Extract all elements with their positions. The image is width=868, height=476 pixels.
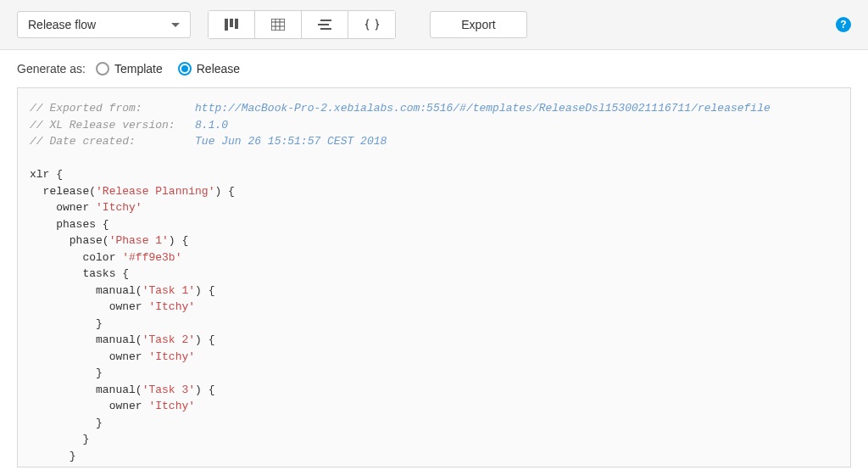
code-keyword: owner bbox=[109, 400, 142, 412]
export-button[interactable]: Export bbox=[430, 11, 527, 38]
list-view-button[interactable] bbox=[302, 11, 348, 38]
list-icon bbox=[318, 19, 331, 31]
code-view-button[interactable] bbox=[348, 11, 395, 38]
code-keyword: release bbox=[43, 185, 90, 198]
help-icon[interactable]: ? bbox=[836, 17, 851, 32]
code-comment-value: http://MacBook-Pro-2.xebialabs.com:5516/… bbox=[195, 102, 771, 115]
code-string: 'Task 2' bbox=[142, 333, 195, 346]
code-keyword: manual bbox=[96, 284, 136, 297]
view-button-group bbox=[208, 10, 396, 39]
kanban-view-button[interactable] bbox=[209, 11, 255, 38]
table-icon bbox=[271, 19, 285, 31]
generate-options: Generate as: Template Release bbox=[0, 50, 868, 87]
radio-template-label: Template bbox=[114, 62, 163, 76]
radio-template[interactable]: Template bbox=[96, 62, 163, 76]
toolbar: Release flow Export ? bbox=[0, 0, 868, 50]
code-string: 'Release Planning' bbox=[96, 185, 214, 198]
code-comment: // Date created: bbox=[30, 135, 195, 148]
radio-release[interactable]: Release bbox=[178, 62, 240, 76]
code-keyword: owner bbox=[56, 201, 89, 214]
view-dropdown[interactable]: Release flow bbox=[17, 11, 191, 38]
svg-rect-0 bbox=[225, 19, 228, 31]
code-string: 'Itchy' bbox=[148, 400, 195, 412]
code-keyword: owner bbox=[109, 350, 142, 363]
code-keyword: manual bbox=[96, 333, 136, 346]
code-block: // Exported from: http://MacBook-Pro-2.x… bbox=[17, 87, 851, 468]
code-comment-value: Tue Jun 26 15:51:57 CEST 2018 bbox=[195, 135, 387, 148]
radio-icon bbox=[96, 62, 109, 76]
dropdown-label: Release flow bbox=[28, 18, 96, 31]
code-string: 'Phase 1' bbox=[109, 234, 169, 247]
code-string: 'Task 1' bbox=[142, 284, 195, 297]
code-keyword: xlr bbox=[30, 168, 49, 181]
code-braces-icon bbox=[364, 19, 380, 31]
svg-rect-1 bbox=[230, 19, 233, 27]
chevron-down-icon bbox=[171, 23, 180, 27]
code-keyword: phases bbox=[56, 218, 96, 231]
code-string: '#ff9e3b' bbox=[122, 251, 181, 264]
svg-rect-2 bbox=[235, 19, 238, 29]
radio-release-label: Release bbox=[197, 62, 240, 76]
code-keyword: tasks bbox=[82, 267, 115, 280]
code-comment: // XL Release version: bbox=[30, 119, 195, 132]
code-comment-value: 8.1.0 bbox=[195, 119, 228, 132]
code-string: 'Task 3' bbox=[142, 384, 195, 396]
code-keyword: owner bbox=[109, 300, 142, 313]
code-keyword: color bbox=[82, 251, 115, 264]
radio-icon bbox=[178, 62, 192, 76]
kanban-icon bbox=[225, 19, 238, 31]
code-string: 'Itchy' bbox=[96, 201, 142, 214]
code-string: 'Itchy' bbox=[148, 350, 195, 363]
code-keyword: manual bbox=[96, 384, 136, 396]
svg-rect-3 bbox=[271, 19, 285, 31]
code-keyword: phase bbox=[70, 234, 103, 247]
code-comment: // Exported from: bbox=[30, 102, 195, 115]
code-string: 'Itchy' bbox=[148, 300, 195, 313]
generate-label: Generate as: bbox=[17, 62, 86, 76]
table-view-button[interactable] bbox=[255, 11, 302, 38]
